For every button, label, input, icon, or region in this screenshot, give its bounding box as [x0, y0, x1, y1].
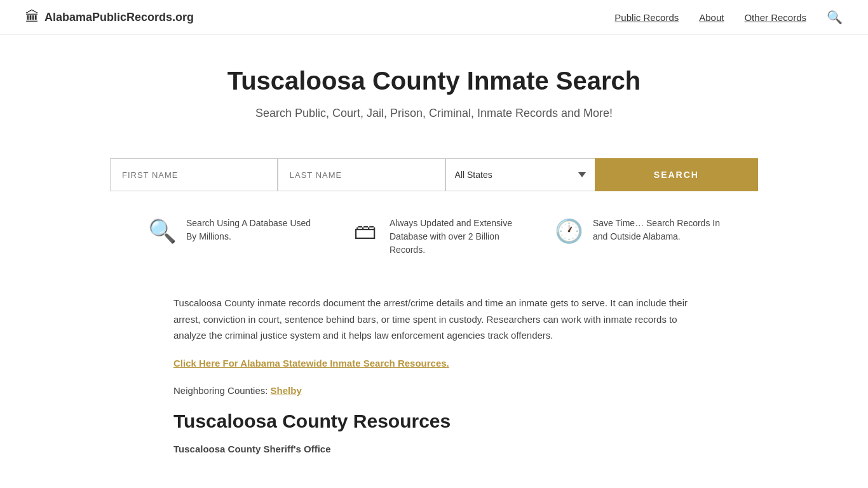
statewide-link[interactable]: Click Here For Alabama Statewide Inmate …	[173, 358, 449, 369]
hero-section: Tuscaloosa County Inmate Search Search P…	[0, 35, 868, 139]
nav-about[interactable]: About	[699, 12, 724, 23]
main-content: Tuscaloosa County inmate records documen…	[148, 282, 720, 488]
search-icon[interactable]: 🔍	[827, 10, 843, 25]
feature-database-text: Always Updated and Extensive Database wi…	[390, 217, 517, 257]
neighboring-label: Neighboring Counties:	[173, 385, 268, 396]
database-feature-icon: 🗃	[351, 218, 379, 245]
page-title: Tuscaloosa County Inmate Search	[13, 67, 855, 95]
shelby-county-link[interactable]: Shelby	[271, 385, 302, 396]
search-feature-icon: 🔍	[148, 218, 176, 245]
feature-search: 🔍 Search Using A Database Used By Millio…	[148, 217, 313, 245]
nav-other-records[interactable]: Other Records	[744, 12, 806, 23]
header: 🏛 AlabamaPublicRecords.org Public Record…	[0, 0, 868, 35]
search-form: All States Alabama Alaska Arizona Arkans…	[85, 139, 783, 204]
feature-database: 🗃 Always Updated and Extensive Database …	[351, 217, 517, 257]
clock-feature-icon: 🕐	[555, 218, 583, 245]
first-name-input[interactable]	[110, 158, 278, 191]
last-name-input[interactable]	[278, 158, 445, 191]
feature-clock: 🕐 Save Time… Search Records In and Outsi…	[555, 217, 720, 245]
features-section: 🔍 Search Using A Database Used By Millio…	[85, 204, 783, 282]
logo-link[interactable]: 🏛 AlabamaPublicRecords.org	[25, 9, 194, 25]
logo-icon: 🏛	[25, 9, 39, 25]
nav-public-records[interactable]: Public Records	[614, 12, 679, 23]
resources-title: Tuscaloosa County Resources	[173, 410, 695, 432]
logo-text: AlabamaPublicRecords.org	[44, 11, 194, 24]
feature-search-text: Search Using A Database Used By Millions…	[186, 217, 313, 243]
main-nav: Public Records About Other Records 🔍	[614, 10, 843, 25]
state-select[interactable]: All States Alabama Alaska Arizona Arkans…	[445, 158, 595, 191]
search-button[interactable]: SEARCH	[595, 158, 758, 191]
sheriff-title: Tuscaloosa County Sheriff's Office	[173, 441, 695, 458]
hero-subtitle: Search Public, Court, Jail, Prison, Crim…	[13, 107, 855, 120]
feature-clock-text: Save Time… Search Records In and Outside…	[593, 217, 720, 243]
description-text: Tuscaloosa County inmate records documen…	[173, 295, 695, 344]
neighboring-counties: Neighboring Counties: Shelby	[173, 383, 695, 399]
